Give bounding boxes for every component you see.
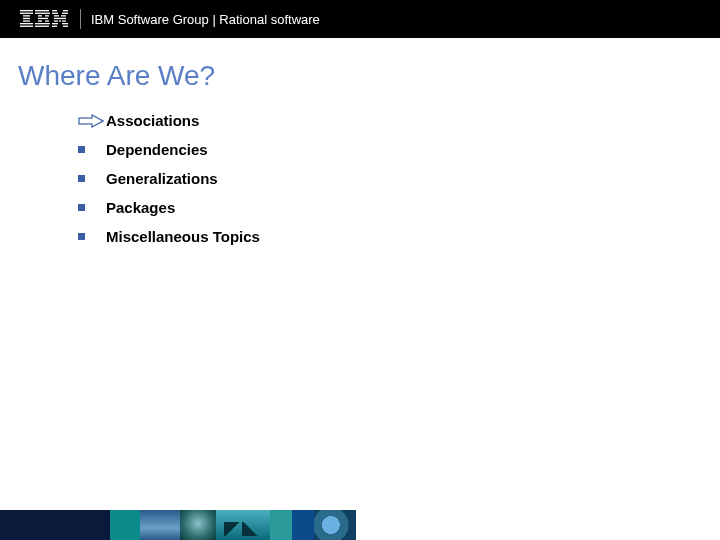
square-bullet-icon (78, 175, 106, 182)
svg-rect-3 (23, 18, 30, 19)
svg-rect-25 (62, 20, 66, 21)
svg-rect-16 (52, 10, 57, 11)
svg-rect-11 (38, 18, 48, 19)
svg-rect-4 (23, 20, 30, 21)
svg-rect-19 (62, 13, 68, 14)
svg-rect-27 (62, 23, 68, 24)
list-item-label: Generalizations (106, 170, 218, 187)
ibm-logo-icon (20, 10, 68, 28)
list-item-label: Dependencies (106, 141, 208, 158)
header-divider (80, 9, 81, 29)
list-item-label: Associations (106, 112, 199, 129)
svg-rect-26 (52, 23, 58, 24)
header-bar: IBM Software Group | Rational software (0, 0, 720, 38)
footer-graphic (0, 510, 720, 540)
svg-rect-21 (61, 15, 66, 16)
list-item: Packages (78, 199, 260, 216)
svg-rect-29 (63, 26, 68, 27)
svg-rect-10 (45, 15, 49, 16)
square-bullet-icon (78, 233, 106, 240)
svg-rect-23 (54, 20, 58, 21)
svg-rect-24 (59, 20, 61, 21)
square-bullet-icon (78, 146, 106, 153)
svg-rect-14 (35, 23, 50, 24)
svg-marker-31 (92, 115, 103, 127)
square-bullet-icon (78, 204, 106, 211)
list-item: Miscellaneous Topics (78, 228, 260, 245)
list-item-label: Packages (106, 199, 175, 216)
svg-rect-2 (23, 15, 30, 16)
page-title: Where Are We? (18, 60, 215, 92)
svg-rect-13 (45, 20, 49, 21)
svg-rect-22 (54, 18, 66, 19)
header-text: IBM Software Group | Rational software (91, 12, 320, 27)
svg-rect-1 (20, 13, 33, 14)
list-item: Associations (78, 112, 260, 129)
svg-rect-9 (38, 15, 42, 16)
svg-rect-8 (35, 13, 50, 14)
footer (0, 500, 720, 540)
svg-rect-7 (35, 10, 49, 11)
svg-rect-12 (38, 20, 42, 21)
slide: IBM Software Group | Rational software W… (0, 0, 720, 540)
svg-rect-15 (35, 26, 49, 27)
svg-rect-18 (52, 13, 58, 14)
svg-rect-30 (79, 118, 92, 124)
svg-rect-20 (54, 15, 59, 16)
svg-rect-5 (20, 23, 33, 24)
svg-rect-32 (91, 118, 93, 123)
list-item: Dependencies (78, 141, 260, 158)
list-item-label: Miscellaneous Topics (106, 228, 260, 245)
content-list: Associations Dependencies Generalization… (78, 112, 260, 257)
list-item: Generalizations (78, 170, 260, 187)
arrow-right-icon (78, 114, 106, 128)
svg-rect-6 (20, 26, 33, 27)
svg-rect-17 (63, 10, 68, 11)
svg-rect-0 (20, 10, 33, 11)
svg-rect-28 (52, 26, 57, 27)
